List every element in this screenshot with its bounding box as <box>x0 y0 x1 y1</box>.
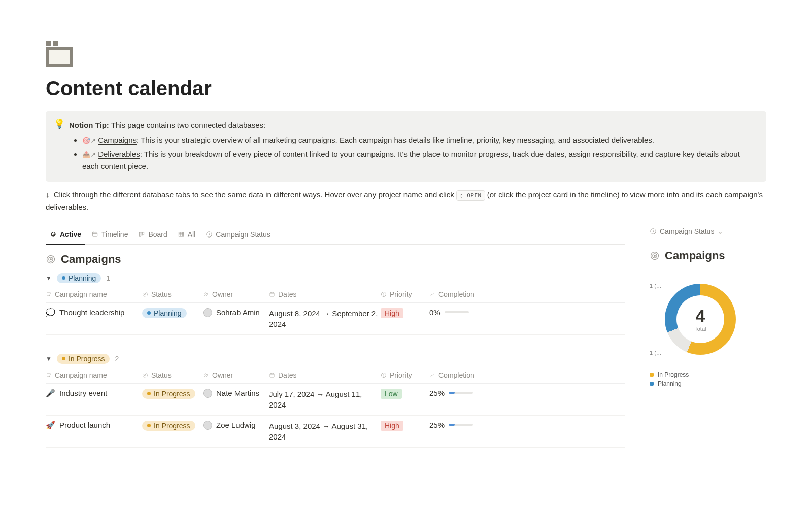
tab-campaign-status[interactable]: Campaign Status <box>201 227 274 244</box>
group-status-pill: In Progress <box>57 354 110 364</box>
cell-dates[interactable]: July 17, 2024 → August 11, 2024 <box>269 389 381 410</box>
table-row[interactable]: 🚀Product launchIn ProgressZoe LudwigAugu… <box>46 416 625 448</box>
cell-priority[interactable]: Low <box>381 389 429 399</box>
row-emoji-icon: 💭 <box>46 308 55 317</box>
table-row[interactable]: 💭Thought leadershipPlanningSohrab AminAu… <box>46 303 625 335</box>
legend-label: In Progress <box>658 371 689 378</box>
cell-owner[interactable]: Sohrab Amin <box>203 308 269 317</box>
row-emoji-icon: 🚀 <box>46 421 55 430</box>
tip-callout: 💡 Notion Tip: This page contains two con… <box>46 111 766 182</box>
database-title[interactable]: Campaigns <box>46 253 625 266</box>
cell-dates[interactable]: August 8, 2024 → September 2, 2024 <box>269 308 381 329</box>
callout-item: 🎯↗ Campaigns: This is your strategic ove… <box>82 134 756 146</box>
priority-icon <box>381 291 387 297</box>
cell-completion[interactable]: 0% <box>429 308 490 317</box>
cell-priority[interactable]: High <box>381 308 429 318</box>
owner-name: Sohrab Amin <box>216 308 260 317</box>
toggle-icon[interactable]: ▼ <box>46 355 52 362</box>
cell-name[interactable]: 🎤Industry event <box>46 389 142 398</box>
cell-status[interactable]: In Progress <box>142 389 203 399</box>
page-link[interactable]: Deliverables <box>98 150 140 158</box>
cell-completion[interactable]: 25% <box>429 389 490 397</box>
col-completion: Completion <box>438 290 475 298</box>
table-header: Campaign nameStatusOwnerDatesPriorityCom… <box>46 367 625 384</box>
table-row[interactable]: 🎤Industry eventIn ProgressNate MartinsJu… <box>46 384 625 416</box>
svg-rect-3 <box>141 232 143 235</box>
cell-status[interactable]: In Progress <box>142 421 203 431</box>
svg-point-19 <box>205 374 206 375</box>
col-priority: Priority <box>390 371 412 379</box>
tab-all[interactable]: All <box>174 227 200 244</box>
date-range: August 3, 2024 → August 31, 2024 <box>269 421 381 442</box>
cell-owner[interactable]: Zoe Ludwig <box>203 421 269 430</box>
cell-owner[interactable]: Nate Martins <box>203 389 269 398</box>
col-status: Status <box>151 290 172 298</box>
page-link[interactable]: Campaigns <box>98 136 137 144</box>
side-header-text: Campaign Status <box>660 227 714 235</box>
svg-point-10 <box>145 293 146 295</box>
svg-point-17 <box>145 374 146 376</box>
cell-dates[interactable]: August 3, 2024 → August 31, 2024 <box>269 421 381 442</box>
tab-label: Campaign Status <box>216 230 270 239</box>
legend-swatch <box>650 382 654 386</box>
group-table: Campaign nameStatusOwnerDatesPriorityCom… <box>46 367 625 448</box>
status-icon <box>142 291 148 297</box>
status-label: In Progress <box>154 422 190 430</box>
cell-completion[interactable]: 25% <box>429 421 490 429</box>
cell-priority[interactable]: High <box>381 421 429 431</box>
tab-board[interactable]: Board <box>134 227 171 244</box>
owner-name: Nate Martins <box>216 389 259 397</box>
date-range: August 8, 2024 → September 2, 2024 <box>269 308 381 329</box>
group-header-inprogress[interactable]: ▼In Progress2 <box>46 354 625 364</box>
campaign-name: Thought leadership <box>59 308 124 317</box>
cell-name[interactable]: 💭Thought leadership <box>46 308 142 317</box>
tab-timeline[interactable]: Timeline <box>87 227 132 244</box>
completion-percent: 25% <box>429 421 445 429</box>
priority-chip: High <box>381 308 403 318</box>
group-status-label: In Progress <box>69 355 105 363</box>
progress-bar <box>445 311 469 313</box>
progress-bar <box>449 424 473 426</box>
cell-status[interactable]: Planning <box>142 308 203 318</box>
bulb-icon: 💡 <box>54 118 65 129</box>
group-table: Campaign nameStatusOwnerDatesPriorityCom… <box>46 286 625 335</box>
group-header-planning[interactable]: ▼Planning1 <box>46 273 625 283</box>
donut-chart: 1 (… 1 (… 4 Total <box>650 283 766 356</box>
tab-icon <box>178 231 185 238</box>
page-icon <box>46 41 73 67</box>
link-page-icon: 📤↗ <box>82 151 96 158</box>
col-priority: Priority <box>390 290 412 298</box>
side-view-header[interactable]: Campaign Status ⌄ <box>650 227 766 241</box>
tab-label: Timeline <box>101 230 128 239</box>
page-title: Content calendar <box>46 77 766 100</box>
tab-active[interactable]: Active <box>46 227 85 245</box>
status-icon <box>142 372 148 378</box>
campaign-name: Product launch <box>59 421 110 429</box>
col-owner: Owner <box>212 290 233 298</box>
svg-point-16 <box>384 295 384 295</box>
svg-rect-4 <box>143 232 144 234</box>
tab-icon <box>50 231 57 238</box>
legend-swatch <box>650 373 654 377</box>
cell-name[interactable]: 🚀Product launch <box>46 421 142 430</box>
donut-total-number: 4 <box>694 306 706 326</box>
side-database-title[interactable]: Campaigns <box>650 249 766 262</box>
callout-item: 📤↗ Deliverables: This is your breakdown … <box>82 148 756 173</box>
chevron-down-icon: ⌄ <box>717 227 723 235</box>
col-dates: Dates <box>278 371 297 379</box>
people-icon <box>203 291 209 297</box>
tab-icon <box>138 231 145 238</box>
svg-point-27 <box>654 255 656 256</box>
database-title-text: Campaigns <box>61 253 121 266</box>
svg-point-11 <box>143 292 148 296</box>
avatar <box>203 308 212 317</box>
completion-percent: 0% <box>429 308 441 317</box>
toggle-icon[interactable]: ▼ <box>46 275 52 282</box>
donut-slice-label-bottom: 1 (… <box>650 350 662 356</box>
svg-point-12 <box>205 293 206 294</box>
status-label: In Progress <box>154 390 190 398</box>
svg-rect-1 <box>92 232 97 236</box>
priority-icon <box>381 372 387 378</box>
table-header: Campaign nameStatusOwnerDatesPriorityCom… <box>46 286 625 303</box>
open-chip: ▯ OPEN <box>456 190 485 201</box>
